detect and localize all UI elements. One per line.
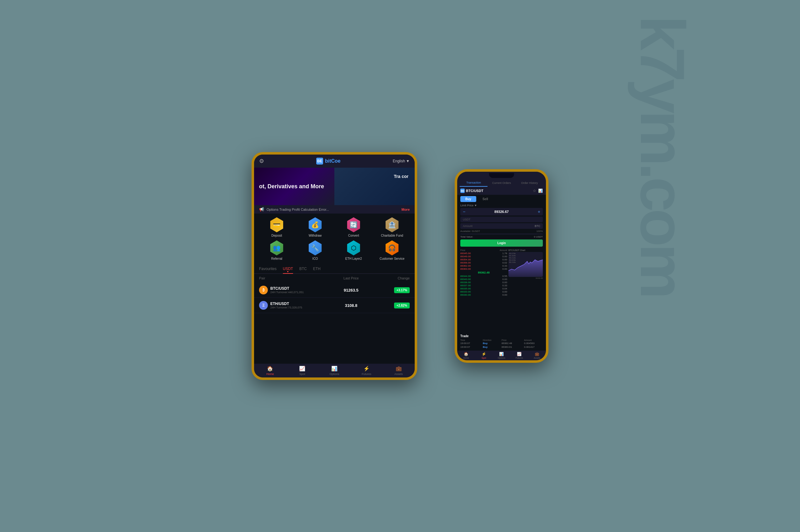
phone-home-label: Home — [463, 357, 469, 359]
action-eth[interactable]: ⬡ ETH Layer2 — [336, 241, 371, 260]
order-book: Price Amount 89345.001.78 89349.000.00 8… — [460, 249, 507, 332]
nav-assets[interactable]: 💼 Assets — [382, 366, 415, 376]
home-nav-icon: 🏠 — [267, 366, 273, 372]
favorite-icon[interactable]: ☆ — [533, 189, 536, 193]
ob-header: Price Amount — [460, 249, 507, 251]
tab-favourites[interactable]: Favourites — [259, 264, 276, 273]
tab-usdt[interactable]: USDT — [283, 264, 293, 273]
btc-coin-info: ₿ BTC/USDT 24H Turnover:440,071,051 — [259, 286, 326, 294]
btc-change-badge: +3.17% — [394, 287, 410, 293]
table-row[interactable]: Ξ ETH/USDT 24H Turnover:73,328,075 3108.… — [254, 298, 415, 313]
tab-order-history[interactable]: Order History — [516, 179, 543, 186]
action-customer[interactable]: 🎧 Customer Service — [375, 241, 410, 260]
phone-nav-spot[interactable]: ⚡ Spot — [475, 352, 493, 359]
tab-transaction[interactable]: Transaction — [460, 179, 488, 187]
list-item: 89345.001.78 — [460, 252, 507, 255]
ob-spread: 89362.48 — [460, 271, 507, 274]
tablet-bottom-nav: 🏠 Home 📈 Spot 📊 Options ⚡ Futures 💼 — [254, 364, 415, 378]
ob-price-header: Price — [460, 249, 484, 251]
pair-title: BE BTC/USDT — [460, 189, 484, 193]
watermark: k7ym.com — [631, 16, 694, 296]
eth-icon: ⬡ — [346, 241, 361, 255]
buy-tab[interactable]: Buy — [460, 196, 476, 202]
buy-sell-tabs: Buy Sell — [460, 196, 543, 202]
trade-dir-1: Buy — [483, 342, 502, 345]
nav-spot[interactable]: 📈 Spot — [286, 366, 319, 376]
list-item: 89354.000.00 — [460, 258, 507, 261]
price-minus[interactable]: − — [463, 209, 465, 214]
tab-eth[interactable]: ETH — [313, 264, 321, 273]
phone-pair-actions: ☆ 📊 — [533, 189, 543, 193]
language-selector[interactable]: English ▼ — [393, 159, 410, 163]
trade-time-header: Time — [460, 339, 483, 341]
action-deposit[interactable]: 💳 Deposit — [259, 217, 294, 237]
chart-icon[interactable]: 📊 — [538, 189, 543, 193]
tab-current-orders[interactable]: Current Orders — [488, 179, 515, 186]
ob-amount-header: Amount — [484, 249, 507, 251]
phone-nav-futures[interactable]: 📈 Futures — [510, 352, 528, 359]
list-item: 19:00:07 Buy 89363.61 0.001417 — [460, 346, 543, 348]
nav-options[interactable]: 📊 Options — [319, 366, 351, 376]
phone-nav-home[interactable]: 🏠 Home — [457, 352, 475, 359]
futures-nav-icon: ⚡ — [363, 366, 370, 372]
eth-coin-icon: Ξ — [259, 301, 268, 310]
eth-coin-info: Ξ ETH/USDT 24H Turnover:73,328,075 — [259, 301, 326, 310]
total-value: 0 USDT — [534, 235, 543, 238]
futures-nav-label: Futures — [362, 373, 371, 376]
price-plus[interactable]: + — [538, 209, 540, 214]
tablet-header: ⚙ BE bitCoe English ▼ — [254, 154, 415, 168]
price-input-row[interactable]: − 89326.67 + — [460, 208, 543, 215]
trade-price-2: 89363.61 — [502, 346, 524, 348]
assets-nav-label: Assets — [394, 373, 403, 376]
convert-icon: 🔄 — [346, 217, 361, 232]
trade-time-2: 19:00:07 — [460, 346, 483, 348]
available-text: Available: 0USDT — [460, 230, 480, 233]
btc-icon: ₿ — [259, 286, 268, 294]
phone-futures-icon: 📈 — [517, 352, 522, 356]
action-ico[interactable]: 🔧 ICO — [297, 241, 333, 260]
action-convert[interactable]: 🔄 Convert — [336, 217, 371, 237]
action-charitable[interactable]: 🏦 Charitable Fund — [375, 217, 410, 237]
table-row[interactable]: ₿ BTC/USDT 24H Turnover:440,071,051 9126… — [254, 283, 415, 298]
amount-input-row[interactable]: Amount BTC — [460, 223, 543, 229]
settings-icon[interactable]: ⚙ — [259, 158, 264, 165]
trade-price-header: Price — [502, 339, 524, 341]
header-pair: Pair — [259, 276, 326, 280]
trade-title: Trade — [460, 335, 543, 338]
phone-split: Price Amount 89345.001.78 89349.000.00 8… — [457, 248, 546, 333]
login-button[interactable]: Login — [460, 240, 543, 247]
devices-container: ⚙ BE bitCoe English ▼ ot, Derivatives an… — [252, 152, 548, 380]
btc-pair-sub: 24H Turnover:440,071,051 — [270, 291, 304, 294]
action-referral[interactable]: 👥 Referral — [259, 241, 294, 260]
spot-nav-label: Spot — [299, 373, 305, 376]
notch — [489, 173, 514, 178]
nav-home[interactable]: 🏠 Home — [254, 366, 286, 376]
tab-btc[interactable]: BTC — [299, 264, 307, 273]
nav-futures[interactable]: ⚡ Futures — [350, 366, 382, 376]
header-price: Last Price — [326, 276, 376, 280]
trade-section: Trade Time Direction Price Amount 19:00:… — [457, 333, 546, 350]
phone-pair-header: BE BTC/USDT ☆ 📊 — [457, 187, 546, 195]
usdt-input-row[interactable]: USDT — [460, 217, 543, 222]
phone-nav-options[interactable]: 📊 Options — [493, 352, 511, 359]
ico-icon: 🔧 — [308, 241, 323, 255]
phone-nav-assets[interactable]: 💼 Assets — [528, 352, 546, 359]
chart-time: 19:02:30 — [508, 277, 543, 279]
trade-dir-2: Buy — [483, 346, 502, 348]
phone-spot-label: Spot — [481, 357, 486, 359]
percentage-bar[interactable] — [460, 233, 543, 234]
phone-options-icon: 📊 — [499, 352, 504, 356]
buy-sell-area: Buy Sell Limit Price ▼ − 89326.67 + USDT… — [457, 195, 546, 248]
spot-nav-icon: 📈 — [299, 366, 305, 372]
eth-pair-sub: 24H Turnover:73,328,075 — [270, 306, 302, 309]
total-row: Total Value: 0 USDT — [460, 235, 543, 238]
sell-tab[interactable]: Sell — [477, 196, 493, 202]
more-link[interactable]: More — [402, 208, 410, 211]
btc-last-price: 91263.5 — [326, 288, 376, 292]
banner-right-text: Tra cor — [394, 174, 408, 179]
action-withdraw[interactable]: 💰 Withdraw — [297, 217, 333, 237]
phone-options-label: Options — [498, 357, 505, 359]
market-tabs: Favourites USDT BTC ETH — [254, 264, 415, 274]
deposit-label: Deposit — [272, 234, 282, 237]
tablet: ⚙ BE bitCoe English ▼ ot, Derivatives an… — [252, 152, 417, 380]
